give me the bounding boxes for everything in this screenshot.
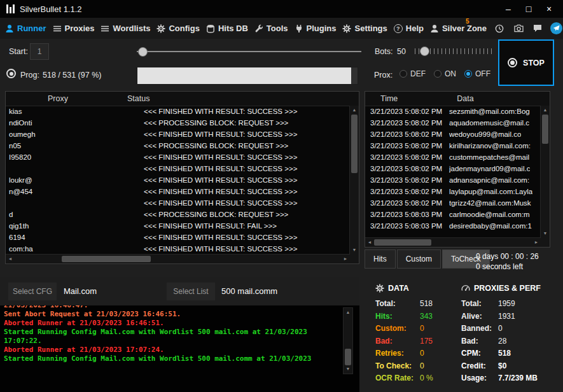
proxy-horizontal-scrollbar[interactable]: ◄ ► [6, 254, 350, 263]
progress-value: 518 / 531 (97 %) [43, 71, 101, 80]
hits-vertical-scrollbar[interactable]: ▲ ▼ [540, 106, 550, 238]
hits-table-row[interactable]: 3/21/2023 5:08:02 PM jadenmaynard09@mail… [365, 163, 541, 174]
stop-button[interactable]: STOP [498, 39, 554, 86]
scroll-up-icon[interactable]: ▲ [350, 106, 359, 114]
hits-tab[interactable]: Hits [365, 249, 396, 269]
hits-tab[interactable]: Custom [397, 249, 441, 269]
scrollbar-thumb[interactable] [345, 349, 351, 365]
bots-slider[interactable] [415, 46, 492, 56]
window-controls: – □ × [499, 2, 558, 16]
proxy-table-row[interactable]: <<< FINISHED WITH RESULT: SUCCESS >>> [6, 163, 350, 174]
hits-table-row[interactable]: 3/21/2023 5:08:02 PM laylapup@mail.com:L… [365, 186, 541, 197]
chat-bubble-icon [533, 24, 542, 32]
nav-settings[interactable]: Settings [342, 24, 387, 33]
nav-proxies[interactable]: Proxies [53, 24, 95, 33]
proxy-table-row[interactable]: I95820 <<< FINISHED WITH RESULT: SUCCESS… [6, 151, 350, 163]
stat-row: Bad: 175 [375, 335, 459, 348]
selected-config-value: Mail.com [64, 286, 97, 296]
proxy-mode-radio[interactable]: ON [434, 69, 456, 78]
nav-hits-db[interactable]: Hits DB [206, 24, 248, 33]
scrollbar-thumb[interactable] [62, 256, 151, 262]
log-scrollbar[interactable]: ▲ ▼ [343, 307, 353, 374]
app-logo-icon [6, 4, 15, 13]
scroll-right-icon[interactable]: ► [342, 255, 349, 263]
scroll-down-icon[interactable]: ▼ [541, 230, 550, 237]
data-cell: wedoyou999@mail.co [449, 130, 521, 138]
data-column-header: Data [457, 94, 473, 103]
proxy-table-row[interactable]: qig1th <<< FINISHED WITH RESULT: FAIL >>… [6, 220, 350, 232]
status-cell: <<< FINISHED WITH RESULT: SUCCESS >>> [144, 176, 297, 184]
stat-value: 7.7/239 MB [498, 372, 538, 385]
proxy-table-row[interactable]: com:ha <<< FINISHED WITH RESULT: SUCCESS… [6, 243, 350, 255]
time-cell: 3/21/2023 5:08:02 PM [365, 188, 449, 195]
select-list-button[interactable]: Select List [167, 283, 215, 300]
proxy-table-row[interactable]: d <<< PROCESSING BLOCK: REQUEST >>> [6, 209, 350, 220]
proxy-table-row[interactable]: oumegh <<< FINISHED WITH RESULT: SUCCESS… [6, 129, 350, 140]
hits-table-row[interactable]: 3/21/2023 5:08:03 PM carlmoodie@mail.com… [365, 209, 541, 220]
bots-slider-handle[interactable] [420, 46, 429, 56]
time-cell: 3/21/2023 5:08:02 PM [365, 130, 449, 138]
proxy-table-row[interactable]: loukr@ <<< FINISHED WITH RESULT: SUCCESS… [6, 174, 350, 186]
proxy-table-row[interactable]: n@454 <<< FINISHED WITH RESULT: SUCCESS … [6, 186, 350, 197]
time-remaining: 0 seconds left [476, 262, 539, 272]
minimize-button[interactable]: – [499, 2, 517, 16]
nav-runner[interactable]: Runner [5, 24, 46, 33]
hits-table-row[interactable]: 3/21/2023 5:08:02 PM adnansapnic@mail.co… [365, 174, 541, 186]
nav-help[interactable]: ? Help [394, 24, 424, 33]
scrollbar-thumb[interactable] [542, 115, 548, 144]
hits-table-row[interactable]: 3/21/2023 5:08:02 PM sezsmith@mail.com:B… [365, 106, 541, 117]
maximize-button[interactable]: □ [520, 2, 538, 16]
scroll-down-icon[interactable]: ▼ [344, 365, 352, 373]
proxy-mode-radio[interactable]: DEF [400, 69, 426, 78]
proxy-mode-radio[interactable]: OFF [464, 69, 490, 78]
scroll-left-icon[interactable]: ◄ [366, 238, 373, 247]
stat-row: To Check: 0 [375, 360, 459, 373]
proxy-table-row[interactable]: n05 <<< PROCESSING BLOCK: REQUEST >>> [6, 140, 350, 151]
chat-button[interactable] [531, 22, 544, 35]
stat-row: Credit: $0 [461, 360, 560, 373]
stat-label: To Check: [375, 360, 420, 373]
hits-table-row[interactable]: 3/21/2023 5:08:02 PM custommepatches@mai… [365, 151, 541, 163]
scroll-left-icon[interactable]: ◄ [6, 255, 14, 263]
main-area: Proxy Status kias <<< FINISHED WITH RESU… [0, 91, 563, 274]
proxy-table-row[interactable]: <<< FINISHED WITH RESULT: SUCCESS >>> [6, 197, 350, 209]
nav-wordlists[interactable]: Wordlists [101, 24, 150, 33]
scroll-up-icon[interactable]: ▲ [541, 106, 550, 114]
time-cell: 3/21/2023 5:08:02 PM [365, 108, 449, 115]
status-cell: <<< FINISHED WITH RESULT: SUCCESS >>> [144, 199, 297, 207]
nav-plugins[interactable]: Plugins [295, 24, 337, 33]
data-section-title: DATA [388, 284, 409, 293]
telegram-button[interactable] [550, 22, 562, 34]
nav-tools[interactable]: Tools [254, 24, 288, 33]
nav-silver-zone[interactable]: Silver Zone 5 [430, 24, 487, 33]
start-input[interactable]: 1 [30, 43, 49, 60]
hits-table-row[interactable]: 3/21/2023 5:08:02 PM tgrizz42@mail.com:M… [365, 197, 541, 209]
time-cell: 3/21/2023 5:08:02 PM [365, 153, 449, 161]
status-cell: <<< PROCESSING BLOCK: REQUEST >>> [144, 119, 288, 127]
scrollbar-thumb[interactable] [374, 239, 431, 246]
screenshot-button[interactable] [512, 22, 525, 35]
start-slider-handle[interactable] [138, 47, 148, 57]
select-cfg-button[interactable]: Select CFG [8, 283, 57, 300]
nav-label: Hits DB [218, 24, 248, 33]
proxy-vertical-scrollbar[interactable]: ▲ ▼ [349, 106, 359, 255]
close-button[interactable]: × [540, 2, 558, 16]
timer-readout: 0 days 00 : 00 : 26 0 seconds left [476, 251, 539, 272]
nav-configs[interactable]: Configs [156, 24, 199, 33]
scroll-right-icon[interactable]: ► [532, 238, 540, 247]
hits-table-row[interactable]: 3/21/2023 5:08:02 PM kirilharizanov@mail… [365, 140, 541, 151]
status-cell: <<< FINISHED WITH RESULT: SUCCESS >>> [144, 245, 297, 253]
hits-horizontal-scrollbar[interactable]: ◄ ► [365, 237, 541, 247]
hits-table-row[interactable]: 3/21/2023 5:08:02 PM wedoyou999@mail.co [365, 129, 541, 140]
proxy-table-row[interactable]: kias <<< FINISHED WITH RESULT: SUCCESS >… [6, 106, 350, 117]
history-button[interactable] [493, 22, 506, 35]
scroll-up-icon[interactable]: ▲ [344, 309, 352, 316]
stat-label: CPM: [461, 347, 498, 360]
proxy-table-row[interactable]: 6194 <<< FINISHED WITH RESULT: SUCCESS >… [6, 232, 350, 243]
start-slider[interactable] [137, 46, 361, 57]
scrollbar-thumb[interactable] [351, 115, 358, 173]
hits-table-row[interactable]: 3/21/2023 5:08:03 PM desiredbaby@mail.co… [365, 220, 541, 232]
scroll-down-icon[interactable]: ▼ [350, 246, 359, 254]
hits-table-row[interactable]: 3/21/2023 5:08:02 PM aquadomemusic@mail.… [365, 117, 541, 129]
proxy-table-row[interactable]: ndiOnti <<< PROCESSING BLOCK: REQUEST >>… [6, 117, 350, 129]
